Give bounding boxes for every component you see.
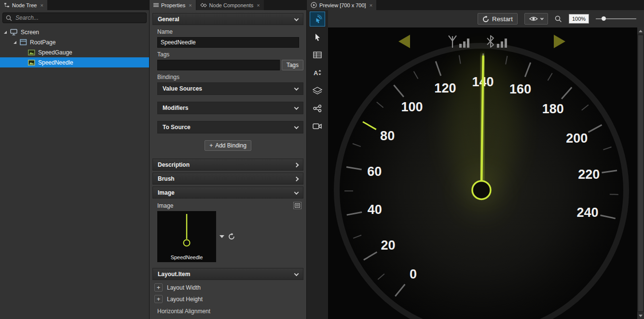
image-caption: SpeedNeedle <box>157 254 216 260</box>
preview-tabbar: Preview [700 x 700] × <box>307 0 644 10</box>
add-binding-label: Add Binding <box>215 142 247 149</box>
preview-toolbar: Restart 100% <box>328 10 644 27</box>
node-connections-icon <box>313 105 322 112</box>
close-icon[interactable]: × <box>370 2 372 8</box>
tab-node-components[interactable]: Node Components × <box>196 0 264 10</box>
svg-text:100: 100 <box>401 100 423 114</box>
tree-item-speedgauge[interactable]: SpeedGauge <box>0 47 149 57</box>
value-sources-label: Value Sources <box>163 85 202 92</box>
svg-text:60: 60 <box>367 164 382 179</box>
grid-tool[interactable] <box>310 47 325 62</box>
select-tool[interactable] <box>310 29 325 44</box>
modifiers-bar[interactable]: Modifiers <box>157 102 303 114</box>
scrollbar-thumb[interactable] <box>638 35 643 311</box>
interact-tool[interactable] <box>310 12 325 27</box>
arrow-up-icon <box>639 30 643 32</box>
tab-label: Preview [700 x 700] <box>319 2 366 8</box>
properties-content: General Name Tags Tags Bindings Value So… <box>150 10 306 319</box>
section-image[interactable]: Image <box>152 186 303 199</box>
section-description[interactable]: Description <box>152 159 303 171</box>
components-icon <box>200 3 207 8</box>
name-field[interactable] <box>157 37 299 48</box>
chevron-right-icon <box>294 176 299 181</box>
eye-icon <box>529 16 538 22</box>
scroll-up-button[interactable] <box>637 27 644 34</box>
tags-field[interactable] <box>157 60 280 70</box>
tab-properties[interactable]: Properties × <box>150 0 196 10</box>
expander-icon[interactable] <box>14 41 16 44</box>
tags-button-label: Tags <box>287 62 299 68</box>
plus-icon: + <box>157 296 161 302</box>
tree-item-label: Screen <box>21 29 39 36</box>
touch-pointer-icon <box>312 14 323 25</box>
tags-label: Tags <box>157 51 302 58</box>
preview-scrollbar[interactable] <box>637 27 644 319</box>
tree-item-screen[interactable]: Screen <box>0 27 149 37</box>
layers-tool[interactable] <box>310 83 325 98</box>
close-icon[interactable]: × <box>257 2 260 8</box>
chevron-down-icon <box>294 271 299 276</box>
section-general[interactable]: General <box>152 13 303 25</box>
text-tool[interactable]: A <box>310 65 325 80</box>
image-preview[interactable]: SpeedNeedle <box>157 211 216 262</box>
svg-text:20: 20 <box>381 238 396 253</box>
horizontal-alignment-label: Horizontal Alignment <box>157 308 303 315</box>
cursor-icon <box>314 33 321 41</box>
arrow-down-icon <box>639 315 643 317</box>
image-icon <box>28 50 35 55</box>
restart-icon <box>482 15 489 22</box>
scroll-down-button[interactable] <box>637 312 644 319</box>
svg-text:200: 200 <box>566 131 588 146</box>
restart-button[interactable]: Restart <box>478 13 518 25</box>
tree-item-speedneedle[interactable]: SpeedNeedle <box>0 57 149 67</box>
name-label: Name <box>157 28 302 35</box>
tab-preview[interactable]: Preview [700 x 700] × <box>307 0 376 10</box>
chevron-down-icon <box>294 124 299 129</box>
search-icon <box>6 15 12 21</box>
nav-left-arrow-icon <box>398 35 410 48</box>
layers-icon <box>313 87 322 94</box>
node-tree-panel: Node Tree × Screen RootPage <box>0 0 150 319</box>
svg-text:40: 40 <box>368 202 382 217</box>
camera-icon <box>313 123 322 130</box>
close-icon[interactable]: × <box>189 2 192 8</box>
section-label: Layout.Item <box>158 271 190 278</box>
grid-icon <box>313 52 322 58</box>
refresh-icon[interactable] <box>228 233 235 240</box>
image-options-button[interactable] <box>293 202 301 209</box>
node-graph-tool[interactable] <box>310 101 325 116</box>
section-layout-item[interactable]: Layout.Item <box>152 268 303 280</box>
zoom-slider[interactable] <box>596 14 636 24</box>
search-input[interactable] <box>2 13 147 23</box>
add-layout-width-button[interactable]: + <box>154 283 163 292</box>
section-brush[interactable]: Brush <box>152 173 303 185</box>
tab-label: Properties <box>161 2 185 8</box>
image-options-icon <box>295 203 300 208</box>
chevron-down-icon <box>294 16 299 21</box>
zoom-level-field[interactable]: 100% <box>569 14 589 24</box>
tree-item-label: RootPage <box>30 39 55 46</box>
visibility-button[interactable] <box>524 13 548 25</box>
chevron-down-icon <box>540 16 544 20</box>
play-circle-icon <box>311 2 317 8</box>
add-binding-button[interactable]: + Add Binding <box>205 140 251 151</box>
image-dropdown-icon[interactable] <box>219 235 224 238</box>
expander-icon[interactable] <box>4 31 7 34</box>
svg-text:240: 240 <box>577 205 599 220</box>
value-sources-bar[interactable]: Value Sources <box>157 82 303 95</box>
zoom-slider-handle[interactable] <box>602 16 606 21</box>
layout-height-row: + Layout Height <box>154 295 303 303</box>
preview-viewport[interactable]: 020406080100120140160180200220240 <box>328 27 637 319</box>
tab-node-tree[interactable]: Node Tree × <box>0 0 47 10</box>
to-source-bar[interactable]: To Source <box>157 121 303 133</box>
section-label: Description <box>158 161 190 168</box>
image-icon <box>28 60 35 66</box>
node-tree: Screen RootPage SpeedGauge SpeedNeedle <box>0 27 149 67</box>
close-icon[interactable]: × <box>40 2 43 8</box>
tags-button[interactable]: Tags <box>282 60 303 70</box>
camera-tool[interactable] <box>310 119 325 133</box>
section-label: Image <box>158 189 175 196</box>
zoom-icon <box>555 15 562 23</box>
tree-item-rootpage[interactable]: RootPage <box>0 37 149 47</box>
add-layout-height-button[interactable]: + <box>154 295 163 303</box>
